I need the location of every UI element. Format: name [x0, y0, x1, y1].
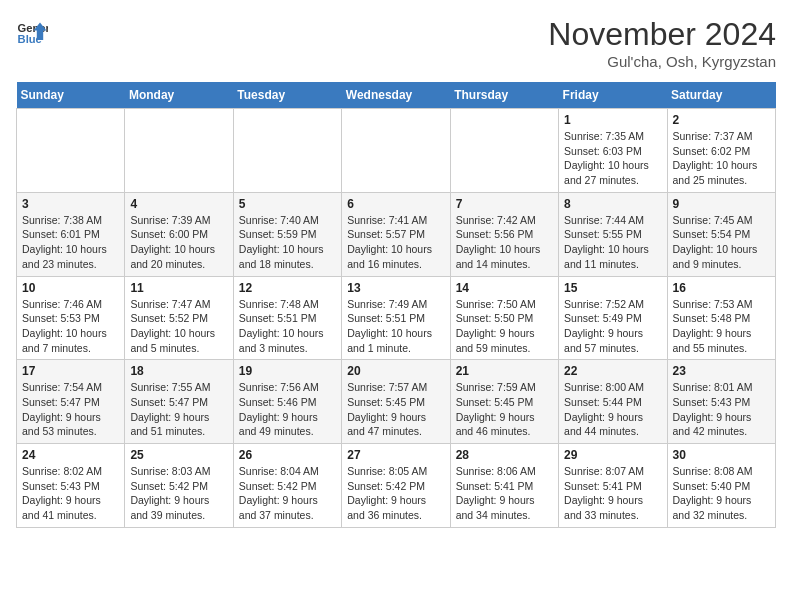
day-info: Sunrise: 8:08 AM Sunset: 5:40 PM Dayligh…	[673, 464, 770, 523]
calendar-cell: 29Sunrise: 8:07 AM Sunset: 5:41 PM Dayli…	[559, 444, 667, 528]
calendar-cell: 26Sunrise: 8:04 AM Sunset: 5:42 PM Dayli…	[233, 444, 341, 528]
week-row-2: 3Sunrise: 7:38 AM Sunset: 6:01 PM Daylig…	[17, 192, 776, 276]
calendar-table: SundayMondayTuesdayWednesdayThursdayFrid…	[16, 82, 776, 528]
day-number: 21	[456, 364, 553, 378]
day-info: Sunrise: 8:02 AM Sunset: 5:43 PM Dayligh…	[22, 464, 119, 523]
calendar-cell: 9Sunrise: 7:45 AM Sunset: 5:54 PM Daylig…	[667, 192, 775, 276]
day-number: 30	[673, 448, 770, 462]
week-row-4: 17Sunrise: 7:54 AM Sunset: 5:47 PM Dayli…	[17, 360, 776, 444]
calendar-cell	[450, 109, 558, 193]
day-number: 4	[130, 197, 227, 211]
day-info: Sunrise: 7:35 AM Sunset: 6:03 PM Dayligh…	[564, 129, 661, 188]
page-header: General Blue November 2024 Gul'cha, Osh,…	[16, 16, 776, 70]
day-info: Sunrise: 7:48 AM Sunset: 5:51 PM Dayligh…	[239, 297, 336, 356]
day-info: Sunrise: 7:37 AM Sunset: 6:02 PM Dayligh…	[673, 129, 770, 188]
week-row-1: 1Sunrise: 7:35 AM Sunset: 6:03 PM Daylig…	[17, 109, 776, 193]
calendar-cell: 5Sunrise: 7:40 AM Sunset: 5:59 PM Daylig…	[233, 192, 341, 276]
calendar-cell: 28Sunrise: 8:06 AM Sunset: 5:41 PM Dayli…	[450, 444, 558, 528]
day-info: Sunrise: 8:04 AM Sunset: 5:42 PM Dayligh…	[239, 464, 336, 523]
day-info: Sunrise: 8:05 AM Sunset: 5:42 PM Dayligh…	[347, 464, 444, 523]
calendar-cell: 20Sunrise: 7:57 AM Sunset: 5:45 PM Dayli…	[342, 360, 450, 444]
day-number: 7	[456, 197, 553, 211]
calendar-cell	[17, 109, 125, 193]
weekday-friday: Friday	[559, 82, 667, 109]
calendar-cell: 8Sunrise: 7:44 AM Sunset: 5:55 PM Daylig…	[559, 192, 667, 276]
day-number: 10	[22, 281, 119, 295]
calendar-cell	[233, 109, 341, 193]
calendar-cell: 6Sunrise: 7:41 AM Sunset: 5:57 PM Daylig…	[342, 192, 450, 276]
logo: General Blue	[16, 16, 48, 48]
day-number: 12	[239, 281, 336, 295]
day-number: 15	[564, 281, 661, 295]
day-info: Sunrise: 7:44 AM Sunset: 5:55 PM Dayligh…	[564, 213, 661, 272]
weekday-header-row: SundayMondayTuesdayWednesdayThursdayFrid…	[17, 82, 776, 109]
day-number: 17	[22, 364, 119, 378]
calendar-cell: 16Sunrise: 7:53 AM Sunset: 5:48 PM Dayli…	[667, 276, 775, 360]
weekday-thursday: Thursday	[450, 82, 558, 109]
calendar-cell: 2Sunrise: 7:37 AM Sunset: 6:02 PM Daylig…	[667, 109, 775, 193]
day-info: Sunrise: 7:56 AM Sunset: 5:46 PM Dayligh…	[239, 380, 336, 439]
day-info: Sunrise: 8:06 AM Sunset: 5:41 PM Dayligh…	[456, 464, 553, 523]
day-info: Sunrise: 7:41 AM Sunset: 5:57 PM Dayligh…	[347, 213, 444, 272]
day-number: 19	[239, 364, 336, 378]
day-number: 6	[347, 197, 444, 211]
day-info: Sunrise: 7:59 AM Sunset: 5:45 PM Dayligh…	[456, 380, 553, 439]
calendar-cell	[125, 109, 233, 193]
location: Gul'cha, Osh, Kyrgyzstan	[548, 53, 776, 70]
title-block: November 2024 Gul'cha, Osh, Kyrgyzstan	[548, 16, 776, 70]
day-info: Sunrise: 7:38 AM Sunset: 6:01 PM Dayligh…	[22, 213, 119, 272]
day-number: 26	[239, 448, 336, 462]
calendar-cell: 13Sunrise: 7:49 AM Sunset: 5:51 PM Dayli…	[342, 276, 450, 360]
day-number: 18	[130, 364, 227, 378]
day-info: Sunrise: 7:53 AM Sunset: 5:48 PM Dayligh…	[673, 297, 770, 356]
calendar-cell: 21Sunrise: 7:59 AM Sunset: 5:45 PM Dayli…	[450, 360, 558, 444]
calendar-cell: 3Sunrise: 7:38 AM Sunset: 6:01 PM Daylig…	[17, 192, 125, 276]
day-number: 22	[564, 364, 661, 378]
calendar-cell: 24Sunrise: 8:02 AM Sunset: 5:43 PM Dayli…	[17, 444, 125, 528]
calendar-cell: 1Sunrise: 7:35 AM Sunset: 6:03 PM Daylig…	[559, 109, 667, 193]
weekday-sunday: Sunday	[17, 82, 125, 109]
day-number: 5	[239, 197, 336, 211]
week-row-5: 24Sunrise: 8:02 AM Sunset: 5:43 PM Dayli…	[17, 444, 776, 528]
calendar-cell: 12Sunrise: 7:48 AM Sunset: 5:51 PM Dayli…	[233, 276, 341, 360]
calendar-cell: 17Sunrise: 7:54 AM Sunset: 5:47 PM Dayli…	[17, 360, 125, 444]
weekday-wednesday: Wednesday	[342, 82, 450, 109]
day-number: 1	[564, 113, 661, 127]
day-info: Sunrise: 7:46 AM Sunset: 5:53 PM Dayligh…	[22, 297, 119, 356]
day-info: Sunrise: 7:40 AM Sunset: 5:59 PM Dayligh…	[239, 213, 336, 272]
day-info: Sunrise: 8:01 AM Sunset: 5:43 PM Dayligh…	[673, 380, 770, 439]
day-number: 14	[456, 281, 553, 295]
calendar-cell: 14Sunrise: 7:50 AM Sunset: 5:50 PM Dayli…	[450, 276, 558, 360]
day-info: Sunrise: 7:52 AM Sunset: 5:49 PM Dayligh…	[564, 297, 661, 356]
week-row-3: 10Sunrise: 7:46 AM Sunset: 5:53 PM Dayli…	[17, 276, 776, 360]
day-number: 25	[130, 448, 227, 462]
day-number: 9	[673, 197, 770, 211]
day-info: Sunrise: 7:39 AM Sunset: 6:00 PM Dayligh…	[130, 213, 227, 272]
calendar-cell: 10Sunrise: 7:46 AM Sunset: 5:53 PM Dayli…	[17, 276, 125, 360]
weekday-monday: Monday	[125, 82, 233, 109]
calendar-cell: 23Sunrise: 8:01 AM Sunset: 5:43 PM Dayli…	[667, 360, 775, 444]
day-number: 20	[347, 364, 444, 378]
calendar-cell	[342, 109, 450, 193]
day-info: Sunrise: 8:03 AM Sunset: 5:42 PM Dayligh…	[130, 464, 227, 523]
calendar-cell: 18Sunrise: 7:55 AM Sunset: 5:47 PM Dayli…	[125, 360, 233, 444]
day-info: Sunrise: 7:49 AM Sunset: 5:51 PM Dayligh…	[347, 297, 444, 356]
calendar-cell: 19Sunrise: 7:56 AM Sunset: 5:46 PM Dayli…	[233, 360, 341, 444]
weekday-tuesday: Tuesday	[233, 82, 341, 109]
calendar-cell: 27Sunrise: 8:05 AM Sunset: 5:42 PM Dayli…	[342, 444, 450, 528]
weekday-saturday: Saturday	[667, 82, 775, 109]
day-number: 2	[673, 113, 770, 127]
calendar-cell: 25Sunrise: 8:03 AM Sunset: 5:42 PM Dayli…	[125, 444, 233, 528]
day-number: 24	[22, 448, 119, 462]
day-info: Sunrise: 7:54 AM Sunset: 5:47 PM Dayligh…	[22, 380, 119, 439]
calendar-cell: 11Sunrise: 7:47 AM Sunset: 5:52 PM Dayli…	[125, 276, 233, 360]
month-year: November 2024	[548, 16, 776, 53]
calendar-cell: 30Sunrise: 8:08 AM Sunset: 5:40 PM Dayli…	[667, 444, 775, 528]
day-number: 16	[673, 281, 770, 295]
day-number: 28	[456, 448, 553, 462]
day-number: 29	[564, 448, 661, 462]
day-info: Sunrise: 8:07 AM Sunset: 5:41 PM Dayligh…	[564, 464, 661, 523]
day-number: 13	[347, 281, 444, 295]
day-number: 23	[673, 364, 770, 378]
day-info: Sunrise: 7:45 AM Sunset: 5:54 PM Dayligh…	[673, 213, 770, 272]
